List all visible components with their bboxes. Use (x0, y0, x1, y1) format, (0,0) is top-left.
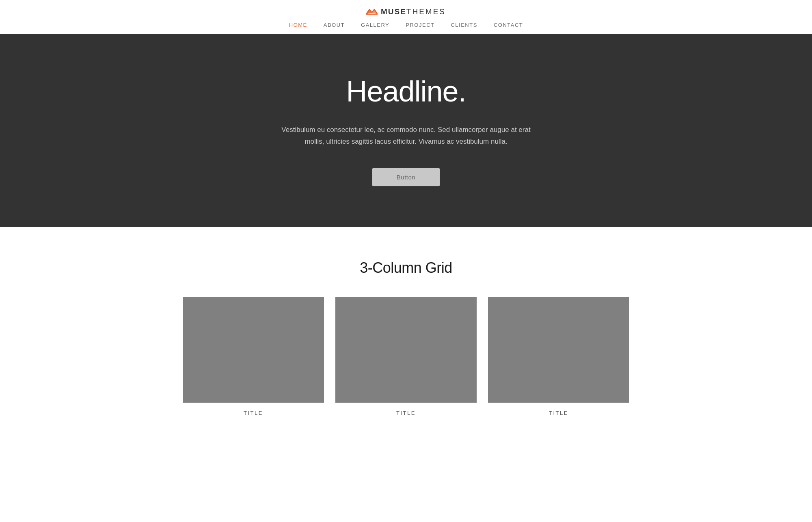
grid-item-2: TITLE (335, 297, 477, 416)
main-nav: HOME ABOUT GALLERY PROJECT CLIENTS CONTA… (289, 22, 523, 28)
nav-item-contact[interactable]: CONTACT (494, 22, 523, 28)
logo[interactable]: museTHEMES (366, 7, 446, 16)
grid-container: TITLE TITLE TITLE (183, 297, 629, 416)
grid-item-title-3: TITLE (549, 410, 568, 416)
grid-section-title: 3-Column Grid (16, 259, 796, 276)
grid-item-1: TITLE (183, 297, 324, 416)
grid-image-2 (335, 297, 477, 403)
svg-marker-2 (372, 9, 378, 14)
nav-item-home[interactable]: HOME (289, 22, 307, 28)
grid-section: 3-Column Grid TITLE TITLE TITLE (0, 227, 812, 457)
logo-text: museTHEMES (381, 7, 446, 16)
nav-item-clients[interactable]: CLIENTS (451, 22, 477, 28)
nav-item-gallery[interactable]: GALLERY (361, 22, 389, 28)
hero-button[interactable]: Button (372, 168, 440, 186)
grid-image-1 (183, 297, 324, 403)
logo-icon (366, 8, 378, 16)
hero-section: Headline. Vestibulum eu consectetur leo,… (0, 34, 812, 227)
svg-marker-1 (366, 9, 372, 14)
site-header: museTHEMES HOME ABOUT GALLERY PROJECT CL… (0, 0, 812, 34)
hero-headline: Headline. (346, 75, 466, 108)
logo-themes: THEMES (406, 7, 446, 16)
grid-item-title-2: TITLE (396, 410, 416, 416)
hero-subtext: Vestibulum eu consectetur leo, ac commod… (276, 124, 536, 148)
nav-item-project[interactable]: PROJECT (406, 22, 434, 28)
logo-muse: muse (381, 7, 406, 16)
grid-image-3 (488, 297, 629, 403)
nav-item-about[interactable]: ABOUT (324, 22, 345, 28)
grid-item-title-1: TITLE (244, 410, 263, 416)
grid-item-3: TITLE (488, 297, 629, 416)
